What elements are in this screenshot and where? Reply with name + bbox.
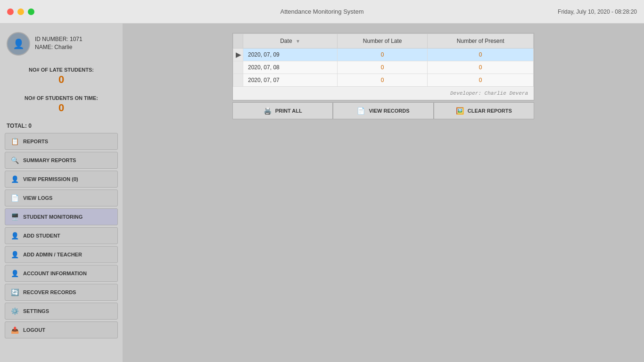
- table-row[interactable]: ▶2020, 07, 0900: [233, 49, 534, 61]
- on-time-value: 0: [7, 102, 116, 114]
- user-name-row: NAME: Charlie: [35, 44, 83, 50]
- content-area: Date ▼ Number of Late Number of Present …: [123, 24, 644, 362]
- sidebar-item-view-logs[interactable]: 📄 VIEW LOGS: [5, 189, 118, 206]
- sidebar-item-settings[interactable]: ⚙️ SETTINGS: [5, 303, 118, 320]
- row-date: 2020, 07, 07: [243, 74, 338, 87]
- close-button[interactable]: [7, 8, 14, 15]
- stats-on-time-section: NO# OF STUDENTS ON TIME: 0: [5, 92, 118, 117]
- on-time-label: NO# OF STUDENTS ON TIME:: [7, 95, 116, 101]
- name-label: NAME: Charlie: [35, 44, 72, 50]
- table-wrapper: Date ▼ Number of Late Number of Present …: [233, 33, 534, 87]
- col-date[interactable]: Date ▼: [243, 34, 338, 49]
- row-present: 0: [428, 61, 534, 74]
- user-id-row: ID NUMBER: 1071: [35, 36, 83, 42]
- account-info-label: ACCOUNT INFORMATION: [23, 271, 87, 276]
- reports-icon: 📋: [10, 137, 19, 146]
- recover-records-icon: 🔄: [10, 288, 19, 297]
- sidebar-item-account-info[interactable]: 👤 ACCOUNT INFORMATION: [5, 265, 118, 282]
- print-icon: 🖨️: [264, 107, 272, 115]
- add-student-label: ADD STUDENT: [23, 233, 60, 239]
- sidebar-item-view-permission[interactable]: 👤 VIEW PERMISSION (0): [5, 171, 118, 188]
- bottom-buttons: 🖨️ PRINT ALL 📄 VIEW RECORDS 🖼️ CLEAR REP…: [232, 102, 534, 119]
- print-all-label: PRINT ALL: [275, 108, 302, 114]
- col-present: Number of Present: [428, 34, 534, 49]
- row-present: 0: [428, 49, 534, 61]
- row-late: 0: [338, 49, 428, 61]
- view-logs-icon: 📄: [10, 193, 19, 203]
- clear-reports-label: CLEAR REPORTS: [468, 108, 512, 114]
- sidebar-item-recover-records[interactable]: 🔄 RECOVER RECORDS: [5, 284, 118, 301]
- sidebar-item-add-student[interactable]: 👤 ADD STUDENT: [5, 227, 118, 244]
- student-monitoring-label: STUDENT MONITORING: [23, 214, 83, 220]
- recover-records-label: RECOVER RECORDS: [23, 289, 76, 295]
- add-student-icon: 👤: [10, 231, 19, 240]
- sidebar-item-student-monitoring[interactable]: 🖥️ STUDENT MONITORING: [5, 208, 118, 225]
- title-bar: Attendance Monitoring System Friday, Jul…: [0, 0, 644, 24]
- main-container: 👤 ID NUMBER: 1071 NAME: Charlie NO# OF L…: [0, 24, 644, 362]
- developer-credit: Developer: Charlie Devera: [233, 87, 534, 100]
- late-value: 0: [7, 74, 116, 86]
- add-admin-label: ADD ADMIN / TEACHER: [23, 252, 82, 257]
- sidebar-item-summary-reports[interactable]: 🔍 SUMMARY REPORTS: [5, 152, 118, 169]
- user-details: ID NUMBER: 1071 NAME: Charlie: [35, 36, 83, 52]
- view-records-label: VIEW RECORDS: [369, 108, 409, 114]
- print-all-button[interactable]: 🖨️ PRINT ALL: [232, 102, 333, 119]
- table-row[interactable]: 2020, 07, 0800: [233, 61, 534, 74]
- view-permission-icon: 👤: [10, 174, 19, 184]
- sidebar-item-logout[interactable]: 📤 LOGOUT: [5, 321, 118, 338]
- view-logs-label: VIEW LOGS: [23, 195, 52, 201]
- maximize-button[interactable]: [28, 8, 34, 15]
- stats-section: NO# OF LATE STUDENTS: 0: [5, 64, 118, 89]
- view-records-icon: 📄: [357, 107, 365, 115]
- table-row[interactable]: 2020, 07, 0700: [233, 74, 534, 87]
- add-admin-icon: 👤: [10, 250, 19, 259]
- row-arrow: ▶: [233, 49, 243, 61]
- sort-icon: ▼: [296, 39, 300, 44]
- reports-label: REPORTS: [23, 139, 48, 144]
- sidebar-item-add-admin[interactable]: 👤 ADD ADMIN / TEACHER: [5, 246, 118, 263]
- sidebar-item-reports[interactable]: 📋 REPORTS: [5, 133, 118, 150]
- row-arrow: [233, 61, 243, 74]
- summary-reports-icon: 🔍: [10, 156, 19, 165]
- data-table: Date ▼ Number of Late Number of Present …: [233, 33, 534, 87]
- report-panel: Date ▼ Number of Late Number of Present …: [232, 33, 534, 100]
- total-line: TOTAL: 0: [5, 121, 118, 131]
- logout-label: LOGOUT: [23, 327, 45, 333]
- id-label: ID NUMBER: 1071: [35, 36, 83, 42]
- col-indicator: [233, 34, 243, 49]
- user-info: 👤 ID NUMBER: 1071 NAME: Charlie: [5, 28, 118, 59]
- row-late: 0: [338, 61, 428, 74]
- clear-reports-icon: 🖼️: [456, 107, 464, 115]
- sidebar: 👤 ID NUMBER: 1071 NAME: Charlie NO# OF L…: [0, 24, 123, 362]
- summary-reports-label: SUMMARY REPORTS: [23, 157, 76, 163]
- row-date: 2020, 07, 09: [243, 49, 338, 61]
- col-late: Number of Late: [338, 34, 428, 49]
- row-late: 0: [338, 74, 428, 87]
- account-info-icon: 👤: [10, 269, 19, 278]
- avatar: 👤: [7, 32, 30, 56]
- late-label: NO# OF LATE STUDENTS:: [7, 67, 116, 73]
- settings-icon: ⚙️: [10, 306, 19, 316]
- student-monitoring-icon: 🖥️: [10, 212, 19, 222]
- settings-label: SETTINGS: [23, 308, 49, 314]
- view-permission-label: VIEW PERMISSION (0): [23, 176, 78, 182]
- minimize-button[interactable]: [17, 8, 24, 15]
- view-records-button[interactable]: 📄 VIEW RECORDS: [333, 102, 433, 119]
- logout-icon: 📤: [10, 325, 19, 335]
- clear-reports-button[interactable]: 🖼️ CLEAR REPORTS: [434, 102, 534, 119]
- app-title: Attendance Monitoring System: [280, 8, 363, 15]
- datetime-display: Friday, July 10, 2020 - 08:28:20: [558, 8, 637, 15]
- row-arrow: [233, 74, 243, 87]
- traffic-lights: [7, 8, 34, 15]
- row-present: 0: [428, 74, 534, 87]
- row-date: 2020, 07, 08: [243, 61, 338, 74]
